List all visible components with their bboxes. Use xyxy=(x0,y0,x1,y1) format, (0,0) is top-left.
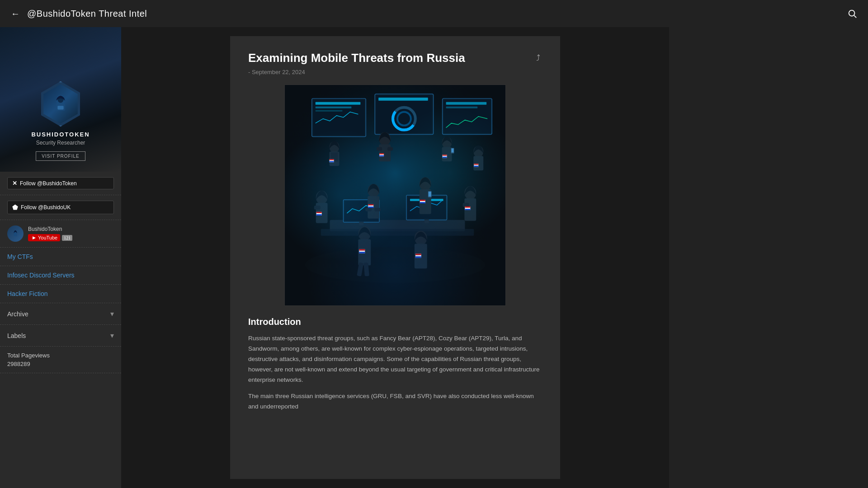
avatar-container xyxy=(38,81,83,127)
back-button[interactable]: ← xyxy=(11,9,20,19)
labels-chevron-icon: ▾ xyxy=(110,331,114,340)
yt-subscriber-count: 121 xyxy=(62,235,72,241)
archive-chevron-icon: ▾ xyxy=(110,310,114,318)
share-button[interactable]: ⤴ xyxy=(534,52,542,65)
sidebar-hero: BUSHIDOTOKEN Security Researcher VISIT P… xyxy=(0,27,121,172)
avatar-image xyxy=(41,84,80,124)
youtube-subscribe-badge[interactable]: YouTube xyxy=(28,234,60,241)
article-image xyxy=(284,84,506,306)
search-icon xyxy=(847,9,857,19)
github-follow-button[interactable]: ⬟ Follow @BushidoUK xyxy=(7,201,114,214)
labels-label: Labels xyxy=(7,332,26,339)
hacker-fiction-link-label: Hacker Fiction xyxy=(7,290,47,297)
article-header: Examining Mobile Threats from Russia ⤴ xyxy=(248,51,542,66)
right-panel xyxy=(669,27,868,488)
ctfs-link-label: My CTFs xyxy=(7,253,33,260)
discord-link-label: Infosec Discord Servers xyxy=(7,272,75,279)
sidebar-subtitle: Security Researcher xyxy=(36,140,85,146)
main-content: Examining Mobile Threats from Russia ⤴ -… xyxy=(121,27,669,488)
article-paragraph-1: Russian state-sponsored threat groups, s… xyxy=(248,333,542,385)
search-button[interactable] xyxy=(847,9,857,19)
article-container: Examining Mobile Threats from Russia ⤴ -… xyxy=(230,36,560,479)
yt-channel-name: BushidoToken xyxy=(28,226,72,232)
pageviews-section: Total Pageviews 2988289 xyxy=(0,347,121,373)
x-icon: ✕ xyxy=(12,180,17,187)
svg-marker-8 xyxy=(33,236,36,239)
article-body: Russian state-sponsored threat groups, s… xyxy=(248,333,542,413)
yt-channel-info: BushidoToken YouTube 121 xyxy=(28,226,72,241)
svg-rect-7 xyxy=(14,234,17,236)
pageviews-label: Total Pageviews xyxy=(7,352,114,359)
article-section-title: Introduction xyxy=(248,317,542,327)
svg-rect-5 xyxy=(57,106,63,109)
archive-label: Archive xyxy=(7,310,28,318)
pageviews-count: 2988289 xyxy=(7,361,114,367)
header-title: @BushidoToken Threat Intel xyxy=(27,9,147,19)
article-title: Examining Mobile Threats from Russia xyxy=(248,51,534,66)
visit-profile-button[interactable]: VISIT PROFILE xyxy=(36,151,85,161)
sidebar-item-ctfs[interactable]: My CTFs xyxy=(0,248,121,266)
header-icons xyxy=(847,9,857,19)
article-date: - September 22, 2024 xyxy=(248,69,542,75)
twitter-follow-button[interactable]: ✕ Follow @BushidoToken xyxy=(7,177,114,189)
avatar-hexagon xyxy=(38,81,83,127)
sidebar-twitter-item: ✕ Follow @BushidoToken xyxy=(0,172,121,195)
sidebar-github-item: ⬟ Follow @BushidoUK xyxy=(0,195,121,220)
yt-avatar xyxy=(7,225,24,242)
svg-line-1 xyxy=(854,15,856,18)
sidebar-item-hacker-fiction[interactable]: Hacker Fiction xyxy=(0,285,121,303)
article-image-container xyxy=(248,84,542,306)
sidebar-section-labels[interactable]: Labels ▾ xyxy=(0,325,121,347)
article-paragraph-2: The main three Russian intelligence serv… xyxy=(248,391,542,412)
sidebar-youtube-item: BushidoToken YouTube 121 xyxy=(0,220,121,248)
top-header: ← @BushidoToken Threat Intel xyxy=(0,0,868,27)
main-layout: BUSHIDOTOKEN Security Researcher VISIT P… xyxy=(0,27,868,488)
github-follow-label: Follow @BushidoUK xyxy=(21,204,71,211)
sidebar-section-archive[interactable]: Archive ▾ xyxy=(0,303,121,325)
sidebar-item-discord[interactable]: Infosec Discord Servers xyxy=(0,266,121,285)
svg-point-0 xyxy=(849,10,855,16)
github-icon: ⬟ xyxy=(12,203,18,211)
svg-rect-102 xyxy=(285,85,505,305)
sidebar: BUSHIDOTOKEN Security Researcher VISIT P… xyxy=(0,27,121,488)
twitter-follow-label: Follow @BushidoToken xyxy=(20,180,77,187)
youtube-widget: BushidoToken YouTube 121 xyxy=(7,225,114,242)
sidebar-username: BUSHIDOTOKEN xyxy=(31,131,90,138)
back-icon: ← xyxy=(11,9,20,19)
sidebar-content: ✕ Follow @BushidoToken ⬟ Follow @Bushido… xyxy=(0,172,121,373)
